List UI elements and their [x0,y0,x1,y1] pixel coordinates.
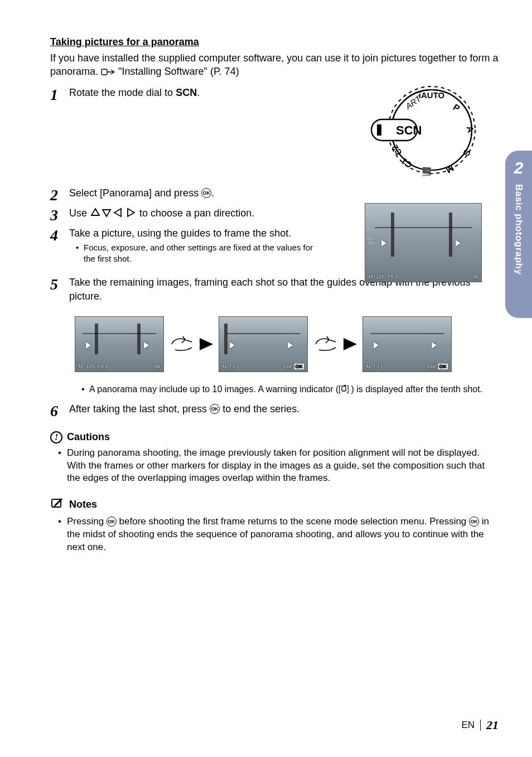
svg-rect-5 [377,124,381,136]
warning-indicator-icon: [] [338,384,351,397]
svg-text:M: M [444,163,456,175]
lcd-exit: Exit [427,364,436,369]
step-2-b: . [211,187,214,199]
lcd-preview-main: ISO 200 M 125 F5.6 38 [365,203,482,282]
svg-text:P: P [452,102,462,113]
intro-ref: "Installing Software" (P. 74) [118,66,239,77]
svg-text:[: [ [338,384,341,393]
cautions-title: Cautions [67,431,110,443]
notes-bullet: Pressing OK before shooting the first fr… [56,515,499,554]
side-tab: 2 Basic photography [505,151,532,318]
notes-b: before shooting the first frame returns … [117,516,469,527]
lcd-count: [ 2 ] [230,364,239,369]
step-2-a: Select [Panorama] and press [69,187,201,199]
ok-button-icon: OK [210,404,220,414]
step-number: 2 [50,186,69,203]
ok-button-icon: OK [107,517,117,527]
svg-text:]: ] [347,384,349,393]
lcd-osd-left: M 125 F5.6 [369,274,398,279]
dial-scn-text: SCN [396,123,422,137]
lcd-m: M [223,364,227,369]
steps-234-block: 2 Select [Panorama] and press OK. 3 Use … [50,186,499,265]
ok-button-icon: OK [469,517,479,527]
svg-text:A: A [465,124,476,133]
chapter-number: 2 [514,158,524,177]
notes-header: Notes [50,497,499,512]
lcd-ok: OK [438,364,448,369]
step-5-bullet: A panorama may include up to 10 images. … [81,383,499,397]
step-number: 1 [50,86,69,103]
lcd-frame-2: M [ 2 ] Exit OK [219,316,308,372]
lcd-m: M [369,274,373,279]
step-4-main: Take a picture, using the guides to fram… [69,228,291,239]
cautions-bullet: During panorama shooting, the image prev… [56,447,499,485]
step-number: 6 [50,402,69,419]
lcd-ok: OK [294,364,304,369]
page-content: 2 Basic photography Taking pictures for … [0,0,532,757]
step-1-block: 1 Rotate the mode dial to SCN. [50,86,499,186]
cautions-header: ! Cautions [50,431,499,443]
footer-divider [480,720,481,731]
hand-pan-icon [313,334,338,354]
step-4-bullet: Focus, exposure, and other settings are … [76,242,320,265]
lcd-aperture: F5.6 [98,364,108,369]
lcd-shutter: 125 [376,274,385,279]
step-3-a: Use [69,208,90,219]
step-6-a: After taking the last shot, press [69,403,210,414]
step-1-b: . [197,87,200,98]
step-number: 3 [50,206,69,223]
svg-rect-17 [344,385,346,387]
ok-button-icon: OK [201,188,211,198]
step-2-text: Select [Panorama] and press OK. [69,186,499,200]
notes-icon [50,497,65,512]
step-1-a: Rotate the mode dial to [69,87,176,98]
lcd-shots: 38 [472,274,478,279]
lcd-m: M [366,364,371,369]
step-number: 4 [50,226,69,243]
lcd2-osd: M [ 2 ] [223,364,239,369]
step-6-b: to end the series. [220,403,299,414]
caution-icon: ! [50,431,62,443]
lcd1-shots: 38 [154,364,160,369]
footer-lang: EN [461,720,475,731]
panorama-strip: M 125 F5.6 38 M [ 2 ] Exit OK [75,316,499,372]
section-heading: Taking pictures for a panorama [50,36,499,48]
step-4-text: Take a picture, using the guides to fram… [69,226,320,265]
scn-label: SCN [176,87,197,98]
svg-text:🎬: 🎬 [421,166,432,177]
lcd3-exit: Exit OK [427,364,448,369]
dpad-arrows-icon [90,208,139,219]
intro-part1: If you have installed the supplied compu… [50,52,498,77]
lcd-frame-1: M 125 F5.6 38 [75,316,164,372]
lcd-aperture: F5.6 [388,274,398,279]
reference-hand-icon [101,66,115,80]
svg-rect-0 [101,69,107,75]
lcd-frame-3: M [ 3 ] Exit OK [362,316,452,372]
step-number: 5 [50,276,69,292]
lcd-iso: ISO 200 [367,237,374,245]
step-6-text: After taking the last shot, press OK to … [69,402,499,416]
step-5-bullet-a: A panorama may include up to 10 images. … [89,384,338,394]
svg-text:iAUTO: iAUTO [419,90,445,100]
lcd-shutter: 125 [86,364,95,369]
lcd2-exit: Exit OK [283,364,304,369]
lcd-count: [ 3 ] [374,364,383,369]
chapter-title: Basic photography [513,184,524,274]
step-5-bullet-b: ) is displayed after the tenth shot. [351,384,482,394]
lcd-exit: Exit [283,364,292,369]
cautions-body: During panorama shooting, the image prev… [50,447,499,485]
intro-text: If you have installed the supplied compu… [50,51,499,80]
arrow-right-icon [344,338,357,350]
step-3-b: to choose a pan direction. [139,208,254,219]
hand-pan-icon [170,334,194,354]
svg-text:C2: C2 [390,143,404,157]
svg-rect-16 [342,386,346,391]
mode-dial-illustration: SCN iAUTO ART P A S M 🎬 C1 C2 [359,83,476,180]
lcd3-osd: M [ 3 ] [366,364,383,369]
notes-a: Pressing [67,516,107,527]
notes-title: Notes [69,499,97,510]
lcd-m: M [79,364,83,369]
lcd1-osd: M 125 F5.6 [79,364,108,369]
footer-page: 21 [486,718,499,732]
arrow-right-icon [200,338,213,350]
